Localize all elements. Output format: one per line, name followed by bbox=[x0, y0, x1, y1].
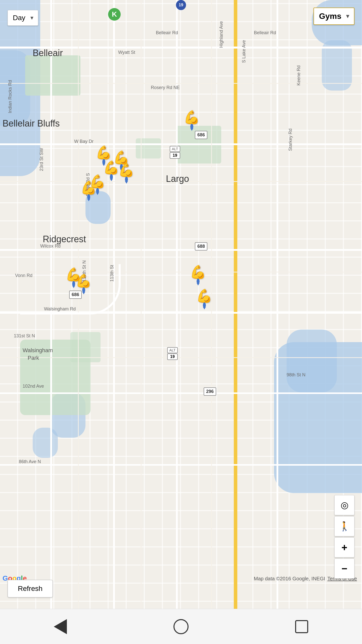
map-controls: ◎ 🚶 + − bbox=[334, 495, 354, 579]
recents-nav-icon bbox=[295, 620, 308, 633]
person-icon: 🚶 bbox=[339, 521, 350, 532]
my-location-button[interactable]: ◎ bbox=[334, 495, 354, 515]
attribution-text: Map data ©2016 Google, INEGI bbox=[254, 576, 325, 582]
shield-alt19-lower: ALT 19 bbox=[167, 347, 178, 360]
day-dropdown-chevron: ▼ bbox=[29, 15, 34, 21]
map-view[interactable]: Belleair Bellelair Bluffs Largo Ridgecre… bbox=[0, 0, 362, 619]
gym-marker-1[interactable]: 💪 bbox=[184, 111, 200, 129]
recents-nav-button[interactable] bbox=[289, 614, 314, 639]
shield-686-upper: 686 bbox=[195, 131, 207, 139]
shield-19-top: 19 bbox=[176, 0, 186, 10]
gym-marker-11[interactable]: 💪 bbox=[196, 289, 212, 307]
zoom-in-icon: + bbox=[341, 542, 347, 553]
gyms-dropdown[interactable]: Gyms ▼ bbox=[313, 8, 354, 25]
gyms-dropdown-chevron: ▼ bbox=[345, 13, 350, 20]
map-attribution: Map data ©2016 Google, INEGI Terms of Us… bbox=[0, 574, 362, 584]
zoom-out-icon: − bbox=[341, 563, 347, 574]
gym-marker-9[interactable]: 💪 bbox=[75, 274, 92, 292]
home-nav-button[interactable] bbox=[168, 614, 194, 639]
back-nav-button[interactable] bbox=[48, 614, 73, 639]
app-icon[interactable]: K bbox=[108, 8, 121, 21]
location-icon: ◎ bbox=[341, 500, 348, 510]
street-view-button[interactable]: 🚶 bbox=[334, 516, 354, 536]
gym-marker-10[interactable]: 💪 bbox=[190, 265, 206, 284]
refresh-button[interactable]: Refresh bbox=[8, 580, 53, 597]
home-nav-icon bbox=[173, 619, 189, 634]
gym-marker-5[interactable]: 💪 bbox=[118, 164, 134, 182]
gym-marker-7[interactable]: 💪 bbox=[80, 181, 97, 199]
refresh-label: Refresh bbox=[18, 585, 42, 592]
day-dropdown[interactable]: Day ▼ bbox=[8, 10, 38, 26]
shield-688: 688 bbox=[195, 242, 207, 251]
app-icon-letter: K bbox=[112, 10, 117, 18]
shield-alt19-upper: ALT 19 bbox=[170, 146, 180, 159]
navigation-bar bbox=[0, 609, 362, 644]
back-nav-icon bbox=[54, 619, 67, 634]
highway-19 bbox=[234, 0, 237, 619]
zoom-in-button[interactable]: + bbox=[334, 537, 354, 557]
gyms-dropdown-label: Gyms bbox=[319, 12, 341, 21]
zoom-out-button[interactable]: − bbox=[334, 558, 354, 579]
day-dropdown-label: Day bbox=[13, 14, 25, 22]
shield-296: 296 bbox=[204, 387, 216, 396]
